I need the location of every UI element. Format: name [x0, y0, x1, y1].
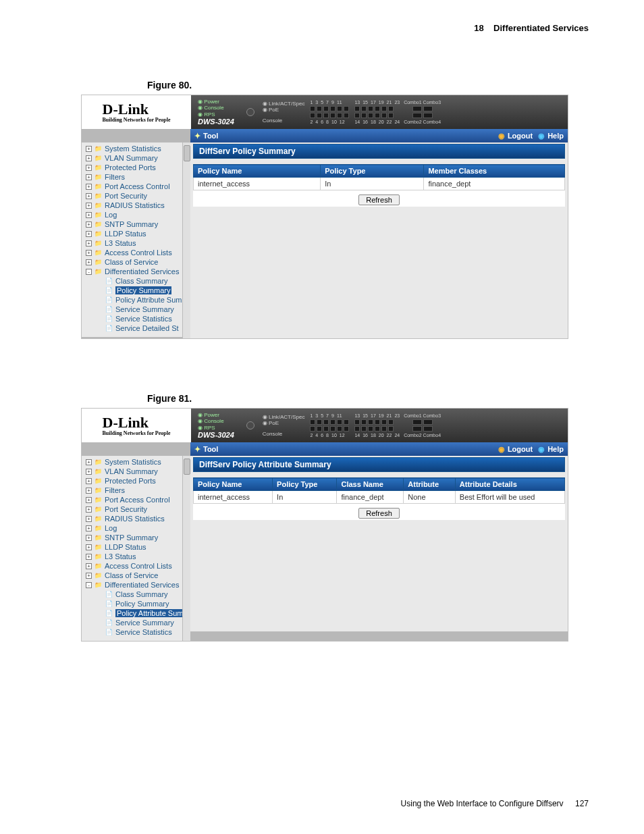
expand-icon[interactable]: + [86, 221, 92, 228]
brand-tagline: Building Networks for People [103, 117, 171, 123]
cell-policy-name: internet_access [194, 178, 321, 190]
expand-icon[interactable]: + [86, 554, 92, 560]
expand-icon[interactable]: + [86, 184, 92, 190]
section-title: DiffServ Policy Attribute Summary [193, 457, 565, 472]
tree-branch[interactable]: +📁System Statistics [82, 457, 190, 467]
expand-icon[interactable]: + [86, 174, 92, 180]
tree-branch[interactable]: +📁Port Access Control [82, 182, 190, 191]
tree-branch[interactable]: +📁Access Control Lists [82, 248, 190, 257]
tree-branch[interactable]: +📁L3 Status [82, 238, 190, 248]
tree-branch[interactable]: +📁Class of Service [82, 257, 190, 267]
cell-attribute-details: Best Effort will be used [455, 491, 564, 504]
tree-branch[interactable]: +📁VLAN Summary [82, 467, 190, 476]
tree-branch[interactable]: +📁System Statistics [82, 144, 190, 153]
logout-button[interactable]: ◉Logout [498, 132, 533, 140]
tree-branch[interactable]: +📁SNTP Summary [82, 219, 190, 229]
expand-icon[interactable]: + [86, 165, 92, 171]
tree-branch[interactable]: +📁Filters [82, 172, 190, 182]
tree-leaf[interactable]: 📄Policy Attribute Sum [82, 608, 190, 618]
tool-dropdown[interactable]: Tool [203, 132, 218, 140]
sidebar-scrollbar[interactable] [182, 142, 190, 338]
tree-branch[interactable]: +📁Filters [82, 486, 190, 495]
tree-branch[interactable]: -📁Differentiated Services [82, 267, 190, 276]
expand-icon[interactable]: + [86, 469, 92, 475]
tree-branch[interactable]: -📁Differentiated Services [82, 580, 190, 590]
help-button[interactable]: ◉Help [538, 132, 564, 140]
tree-leaf[interactable]: 📄Service Statistics [82, 627, 190, 637]
help-button[interactable]: ◉Help [538, 445, 564, 454]
tree-branch[interactable]: +📁LLDP Status [82, 229, 190, 238]
expand-icon[interactable]: + [86, 212, 92, 218]
expand-icon[interactable]: + [86, 488, 92, 494]
expand-icon[interactable]: + [86, 459, 92, 465]
expand-icon[interactable]: + [86, 231, 92, 237]
tree-item-label: Policy Attribute Sum [115, 609, 184, 617]
expand-icon[interactable]: + [86, 497, 92, 503]
logout-icon: ◉ [498, 132, 505, 140]
collapse-icon[interactable]: - [86, 582, 92, 588]
tree-branch[interactable]: +📁Port Security [82, 191, 190, 201]
tree-leaf[interactable]: 📄Service Statistics [82, 314, 190, 323]
toolbar: ✦ Tool ◉Logout ◉Help [190, 129, 568, 142]
expand-icon[interactable]: + [86, 525, 92, 531]
expand-icon[interactable]: + [86, 240, 92, 246]
device-model: DWS-3024 [198, 118, 234, 126]
tree-leaf[interactable]: 📄Service Summary [82, 305, 190, 314]
folder-icon: 📁 [95, 496, 102, 503]
collapse-icon[interactable]: - [86, 269, 92, 275]
col-policy-name: Policy Name [194, 478, 273, 491]
folder-icon: 📁 [95, 515, 102, 522]
col-attribute: Attribute [404, 478, 456, 491]
tree-branch[interactable]: +📁RADIUS Statistics [82, 514, 190, 523]
sidebar-scrollbar[interactable] [182, 456, 190, 641]
expand-icon[interactable]: + [86, 535, 92, 541]
expand-icon[interactable]: + [86, 563, 92, 569]
tree-branch[interactable]: +📁Protected Ports [82, 163, 190, 172]
tree-branch[interactable]: +📁Class of Service [82, 571, 190, 580]
footer-title: Using the Web Interface to Configure Dif… [401, 799, 564, 808]
folder-icon: 📁 [95, 240, 102, 246]
tree-branch[interactable]: +📁RADIUS Statistics [82, 201, 190, 210]
tree-branch[interactable]: +📁L3 Status [82, 552, 190, 561]
tree-branch[interactable]: +📁Protected Ports [82, 476, 190, 486]
expand-icon[interactable]: + [86, 155, 92, 161]
tool-dropdown[interactable]: Tool [203, 445, 218, 453]
expand-icon[interactable]: + [86, 506, 92, 513]
refresh-button[interactable]: Refresh [358, 508, 400, 519]
tree-branch[interactable]: +📁Log [82, 523, 190, 533]
tree-leaf[interactable]: 📄Policy Attribute Sum [82, 295, 190, 305]
cell-policy-name: internet_access [194, 491, 273, 504]
tree-leaf[interactable]: 📄Policy Summary [82, 286, 190, 295]
tree-leaf[interactable]: 📄Policy Summary [82, 599, 190, 608]
tool-icon: ✦ [194, 132, 200, 140]
expand-icon[interactable]: + [86, 193, 92, 199]
tree-branch[interactable]: +📁LLDP Status [82, 542, 190, 552]
tree-branch[interactable]: +📁Port Security [82, 504, 190, 514]
expand-icon[interactable]: + [86, 516, 92, 522]
expand-icon[interactable]: + [86, 478, 92, 484]
section-title: DiffServ Policy Summary [193, 144, 565, 159]
expand-icon[interactable]: + [86, 573, 92, 579]
expand-icon[interactable]: + [86, 146, 92, 152]
tree-item-label: Filters [105, 173, 125, 181]
tree-leaf[interactable]: 📄Class Summary [82, 276, 190, 286]
tree-branch[interactable]: +📁SNTP Summary [82, 533, 190, 542]
expand-icon[interactable]: + [86, 544, 92, 550]
expand-icon[interactable]: + [86, 203, 92, 209]
expand-icon[interactable]: + [86, 250, 92, 256]
tree-item-label: LLDP Status [105, 543, 146, 551]
tree-item-label: Class Summary [115, 277, 168, 285]
tree-connector-icon [97, 316, 103, 322]
tree-leaf[interactable]: 📄Class Summary [82, 590, 190, 599]
tree-branch[interactable]: +📁Log [82, 210, 190, 219]
logout-button[interactable]: ◉Logout [498, 445, 533, 454]
tree-leaf[interactable]: 📄Service Detailed St [82, 323, 190, 333]
tree-item-label: Policy Summary [115, 286, 171, 294]
tree-leaf[interactable]: 📄Service Summary [82, 618, 190, 627]
expand-icon[interactable]: + [86, 259, 92, 265]
document-icon: 📄 [105, 287, 113, 294]
tree-branch[interactable]: +📁VLAN Summary [82, 153, 190, 163]
tree-branch[interactable]: +📁Port Access Control [82, 495, 190, 504]
refresh-button[interactable]: Refresh [358, 194, 400, 205]
tree-branch[interactable]: +📁Access Control Lists [82, 561, 190, 571]
